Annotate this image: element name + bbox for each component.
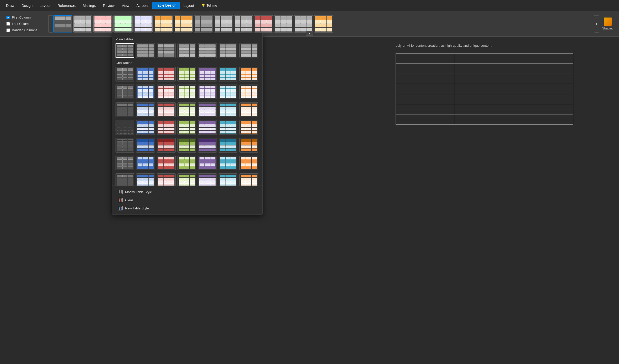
style-thumb-14[interactable] <box>314 15 333 32</box>
prev-style-button[interactable]: ‹ <box>48 15 53 32</box>
last-column-input[interactable] <box>6 22 10 26</box>
menu-layout2[interactable]: Layout <box>180 2 198 9</box>
menu-design[interactable]: Design <box>18 2 36 9</box>
style-thumb-7[interactable] <box>174 15 193 32</box>
style-thumb-9[interactable] <box>214 15 233 32</box>
style-thumb-13[interactable] <box>294 15 313 32</box>
first-column-input[interactable] <box>6 16 10 19</box>
grid-cyan-r7[interactable] <box>219 173 237 186</box>
menu-references[interactable]: References <box>54 2 79 9</box>
grid-base-r6[interactable] <box>116 156 134 170</box>
grid-red-r1[interactable] <box>157 67 176 81</box>
grid-purple-r4[interactable] <box>198 120 217 135</box>
grid-orange-r3[interactable] <box>239 102 258 117</box>
shading-button[interactable]: Shading <box>599 15 616 32</box>
table-style-options: First Column Last Column Banded Columns <box>3 13 48 35</box>
grid-blue-r6[interactable] <box>136 156 155 170</box>
last-column-checkbox[interactable]: Last Column <box>6 22 44 26</box>
shading-icon <box>604 18 612 26</box>
grid-orange-r1[interactable] <box>239 67 258 81</box>
plain-style-2[interactable] <box>157 43 176 58</box>
grid-green-r1[interactable] <box>177 67 196 81</box>
style-thumb-12[interactable] <box>274 15 293 32</box>
menu-mailings[interactable]: Mailings <box>79 2 99 9</box>
grid-base-r1[interactable] <box>116 67 134 81</box>
menu-layout[interactable]: Layout <box>36 2 54 9</box>
menu-table-design[interactable]: Table Design <box>152 2 180 9</box>
grid-base-r7[interactable] <box>116 173 134 186</box>
grid-red-r2[interactable] <box>157 85 176 99</box>
grid-red-r7[interactable] <box>157 173 176 186</box>
grid-red-r5[interactable] <box>157 138 176 153</box>
grid-orange-r7[interactable] <box>239 173 258 186</box>
grid-orange-r4[interactable] <box>239 120 258 135</box>
document-content: bely on AI for content creation, as high… <box>390 38 619 130</box>
grid-purple-r7[interactable] <box>198 173 217 186</box>
grid-purple-r2[interactable] <box>198 85 217 99</box>
plain-style-6[interactable] <box>239 43 258 58</box>
menu-view[interactable]: View <box>118 2 133 9</box>
next-style-button[interactable]: › <box>594 15 599 32</box>
grid-blue-r4[interactable] <box>136 120 155 135</box>
menu-draw[interactable]: Draw <box>3 2 18 9</box>
grid-orange-r6[interactable] <box>239 156 258 170</box>
grid-green-r5[interactable] <box>177 138 196 153</box>
grid-blue-r5[interactable] <box>136 138 155 153</box>
grid-blue-r3[interactable] <box>136 102 155 117</box>
grid-cyan-r1[interactable] <box>219 67 237 81</box>
grid-purple-r1[interactable] <box>198 67 217 81</box>
plain-style-selected[interactable] <box>116 43 134 58</box>
grid-green-r6[interactable] <box>177 156 196 170</box>
grid-cyan-r5[interactable] <box>219 138 237 153</box>
clear-button[interactable]: Clear <box>116 196 259 204</box>
style-thumb-11[interactable] <box>254 15 273 32</box>
grid-blue-r7[interactable] <box>136 173 155 186</box>
plain-style-3[interactable] <box>177 43 196 58</box>
banded-columns-checkbox[interactable]: Banded Columns <box>6 28 44 32</box>
style-thumb-2[interactable] <box>73 15 92 32</box>
tell-me-label[interactable]: Tell me <box>207 4 217 7</box>
grid-purple-r6[interactable] <box>198 156 217 170</box>
style-thumb-1[interactable] <box>53 15 72 32</box>
grid-green-r3[interactable] <box>177 102 196 117</box>
grid-purple-r5[interactable] <box>198 138 217 153</box>
new-style-button[interactable]: New Table Style... <box>116 204 259 212</box>
grid-base-r5[interactable] <box>116 138 134 153</box>
grid-cyan-r2[interactable] <box>219 85 237 99</box>
grid-green-r2[interactable] <box>177 85 196 99</box>
grid-red-r6[interactable] <box>157 156 176 170</box>
grid-green-r7[interactable] <box>177 173 196 186</box>
modify-style-button[interactable]: Modify Table Style... <box>116 188 259 196</box>
grid-blue-r1[interactable] <box>136 67 155 81</box>
styles-scroll-area[interactable]: Plain Tables <box>112 33 263 186</box>
grid-red-r4[interactable] <box>157 120 176 135</box>
grid-cyan-r4[interactable] <box>219 120 237 135</box>
grid-orange-r5[interactable] <box>239 138 258 153</box>
grid-orange-r2[interactable] <box>239 85 258 99</box>
plain-style-1[interactable] <box>136 43 155 58</box>
lightbulb-icon: 💡 <box>201 4 205 7</box>
grid-red-r3[interactable] <box>157 102 176 117</box>
first-column-checkbox[interactable]: First Column <box>6 15 44 19</box>
grid-purple-r3[interactable] <box>198 102 217 117</box>
style-thumb-6[interactable] <box>154 15 173 32</box>
grid-blue-r2[interactable] <box>136 85 155 99</box>
plain-style-5[interactable] <box>219 43 237 58</box>
table-row <box>396 84 573 94</box>
style-thumb-10[interactable] <box>234 15 253 32</box>
grid-base-r3[interactable] <box>116 102 134 117</box>
menu-acrobat[interactable]: Acrobat <box>133 2 152 9</box>
grid-base-r4[interactable] <box>116 120 134 135</box>
style-thumb-8[interactable] <box>194 15 213 32</box>
grid-green-r4[interactable] <box>177 120 196 135</box>
grid-cyan-r3[interactable] <box>219 102 237 117</box>
menu-review[interactable]: Review <box>99 2 118 9</box>
grid-base-r2[interactable] <box>116 85 134 99</box>
style-thumb-3[interactable] <box>93 15 112 32</box>
expand-styles-button[interactable]: ▾ <box>306 31 313 36</box>
style-thumb-5[interactable] <box>134 15 153 32</box>
plain-style-4[interactable] <box>198 43 217 58</box>
style-thumb-4[interactable] <box>113 15 133 32</box>
banded-columns-input[interactable] <box>6 28 10 32</box>
grid-cyan-r6[interactable] <box>219 156 237 170</box>
